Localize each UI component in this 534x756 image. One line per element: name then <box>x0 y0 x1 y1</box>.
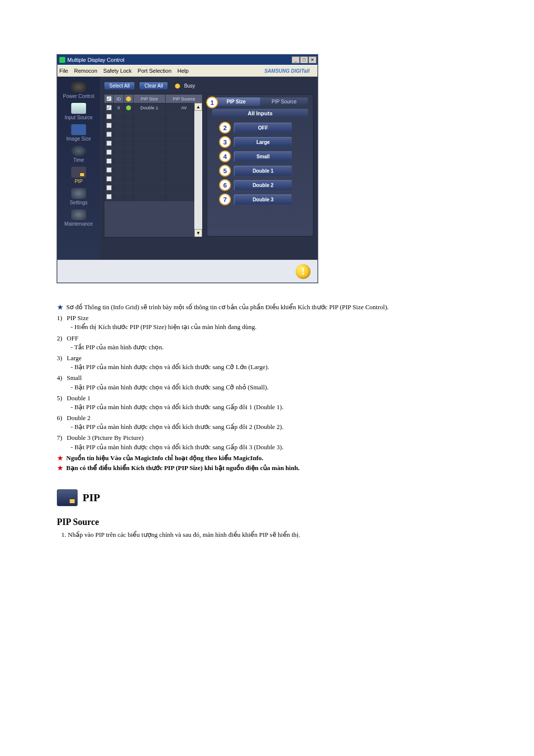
checkbox-icon[interactable] <box>106 123 112 128</box>
cell-status <box>124 121 134 130</box>
checkbox-icon[interactable] <box>106 149 112 155</box>
wrench-icon <box>71 209 86 220</box>
menu-help[interactable]: Help <box>178 68 189 74</box>
cell-pip-size: Double 1 <box>134 103 166 112</box>
pip-size-button-double 3[interactable]: Double 3 <box>234 194 292 205</box>
scroll-up-icon[interactable]: ▲ <box>194 103 202 111</box>
callout-5: 5 <box>219 165 231 177</box>
sidebar-item-input-source[interactable]: Input Source <box>57 101 100 121</box>
pip-icon <box>71 167 86 178</box>
cell-status <box>124 184 134 192</box>
grid-scrollbar[interactable]: ▲ ▼ <box>194 103 202 237</box>
col-status[interactable] <box>124 94 134 103</box>
sidebar-item-time[interactable]: Time <box>57 143 100 164</box>
list-number: 6) <box>57 414 67 423</box>
cell-pip-size <box>134 112 166 121</box>
sidebar-item-label: Input Source <box>65 115 93 120</box>
info-icon[interactable]: ! <box>296 264 311 279</box>
note-text: Bạn có thể điều khiển Kích thước PIP (PI… <box>66 464 300 472</box>
titlebar[interactable]: Multiple Display Control _ □ ✕ <box>57 55 317 65</box>
list-item: 1)PIP Size- Hiển thị Kích thước PIP (PIP… <box>57 314 471 331</box>
checkbox-icon[interactable] <box>106 185 112 190</box>
checkbox-icon[interactable] <box>106 194 112 199</box>
table-row[interactable] <box>104 148 202 157</box>
checkbox-icon[interactable] <box>106 141 112 146</box>
pip-size-option: 7Double 3 <box>219 193 308 205</box>
list-subtext: - Bật PIP của màn hình được chọn và đổi … <box>57 383 471 392</box>
callout-6: 6 <box>219 179 231 191</box>
sidebar-item-settings[interactable]: Settings <box>57 186 100 206</box>
sidebar-item-pip[interactable]: PIP <box>57 165 100 185</box>
max-button[interactable]: □ <box>300 56 308 63</box>
select-all-button[interactable]: Select All <box>104 82 135 90</box>
list-item: 5)Double 1- Bật PIP của màn hình được ch… <box>57 394 471 412</box>
cell-id <box>114 112 124 121</box>
cell-pip-size <box>134 175 166 183</box>
list-subtext: - Bật PIP của màn hình được chọn và đổi … <box>57 403 471 412</box>
clear-all-button[interactable]: Clear All <box>139 82 168 90</box>
col-check[interactable] <box>104 94 114 103</box>
list-item: 6)Double 2- Bật PIP của màn hình được ch… <box>57 414 471 431</box>
table-row[interactable]: 0Double 1AV <box>104 103 202 112</box>
gear-icon <box>71 188 86 199</box>
sidebar-item-image-size[interactable]: Image Size <box>57 122 100 142</box>
checkbox-icon[interactable] <box>106 105 112 110</box>
sidebar-item-maintenance[interactable]: Maintenance <box>57 207 100 228</box>
table-row[interactable] <box>104 157 202 166</box>
tab-pip-size[interactable]: PIP Size <box>212 97 260 106</box>
busy-label: Busy <box>184 83 195 89</box>
grid-header: ID PIP Size PIP Source <box>104 94 202 103</box>
cell-status <box>124 148 134 156</box>
cell-id <box>114 192 124 201</box>
table-row[interactable] <box>104 184 202 192</box>
checkbox-icon[interactable] <box>106 114 112 119</box>
window-title: Multiple Display Control <box>67 57 292 63</box>
col-pip-source[interactable]: PIP Source <box>166 94 202 103</box>
col-id[interactable]: ID <box>114 94 124 103</box>
app-icon <box>59 57 65 63</box>
table-row[interactable] <box>104 112 202 121</box>
tabs: PIP Size PIP Source <box>212 97 308 106</box>
note-text: Nguồn tín hiệu Vào của MagicInfo chỉ hoạ… <box>66 454 263 463</box>
col-pip-size[interactable]: PIP Size <box>134 94 166 103</box>
cell-pip-size <box>134 157 166 165</box>
pip-size-button-double 2[interactable]: Double 2 <box>234 180 292 190</box>
checkbox-icon[interactable] <box>106 158 112 164</box>
scroll-track[interactable] <box>194 111 202 229</box>
checkbox-icon[interactable] <box>106 167 112 173</box>
pip-heading-label: PIP <box>83 491 100 504</box>
pip-size-button-off[interactable]: OFF <box>234 123 292 133</box>
list-title: Double 1 <box>67 394 90 402</box>
pip-size-option: 2OFF <box>219 122 308 134</box>
sidebar-item-power-control[interactable]: Power Control <box>57 80 100 100</box>
table-row[interactable] <box>104 130 202 139</box>
table-row[interactable] <box>104 175 202 184</box>
pip-size-button-large[interactable]: Large <box>234 137 292 147</box>
menu-safety-lock[interactable]: Safety Lock <box>103 68 132 74</box>
cell-pip-size <box>134 130 166 139</box>
menu-port-selection[interactable]: Port Selection <box>137 68 171 74</box>
cell-id: 0 <box>114 103 124 112</box>
callout-7: 7 <box>219 193 231 205</box>
table-row[interactable] <box>104 121 202 130</box>
scroll-down-icon[interactable]: ▼ <box>194 229 202 237</box>
checkbox-icon[interactable] <box>106 132 112 137</box>
pip-size-button-double 1[interactable]: Double 1 <box>234 166 292 176</box>
callout-3: 3 <box>219 136 231 148</box>
tab-pip-source[interactable]: PIP Source <box>260 97 308 106</box>
cell-pip-size <box>134 139 166 147</box>
menubar: File Remocon Safety Lock Port Selection … <box>57 65 317 77</box>
menu-file[interactable]: File <box>59 68 68 74</box>
numbered-list: 1)PIP Size- Hiển thị Kích thước PIP (PIP… <box>57 314 471 452</box>
check-all-icon[interactable] <box>106 96 112 101</box>
pip-section-badge: PIP <box>57 489 471 506</box>
min-button[interactable]: _ <box>292 56 300 63</box>
checkbox-icon[interactable] <box>106 176 112 182</box>
close-button[interactable]: ✕ <box>309 56 316 63</box>
pip-size-button-small[interactable]: Small <box>234 151 292 162</box>
table-row[interactable] <box>104 166 202 175</box>
menu-remocon[interactable]: Remocon <box>74 68 97 74</box>
table-row[interactable] <box>104 192 202 201</box>
table-row[interactable] <box>104 139 202 148</box>
cell-status <box>124 139 134 147</box>
